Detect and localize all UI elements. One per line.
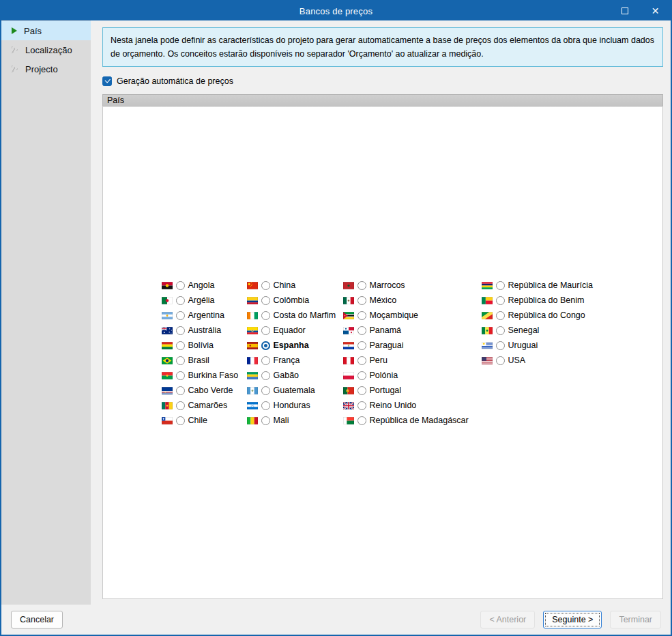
country-option-marrocos[interactable]: Marrocos (343, 278, 473, 293)
maximize-button[interactable] (609, 1, 640, 20)
selected-radio-espanha[interactable] (261, 341, 270, 350)
radio-republica-do-benim[interactable] (496, 296, 505, 305)
auto-price-generation-option[interactable]: Geração automática de preços (102, 76, 663, 86)
radio-usa[interactable] (496, 356, 505, 365)
radio-mexico[interactable] (357, 296, 366, 305)
radio-uruguai[interactable] (496, 341, 505, 350)
country-option-bolivia[interactable]: Bolívia (162, 338, 238, 353)
country-option-republica-do-congo[interactable]: República do Congo (482, 308, 589, 323)
radio-chile[interactable] (176, 416, 185, 425)
radio-republica-de-mauricia[interactable] (496, 281, 505, 290)
radio-australia[interactable] (176, 326, 185, 335)
country-option-espanha[interactable]: Espanha (247, 338, 334, 353)
country-option-panama[interactable]: Panamá (343, 323, 473, 338)
checked-checkbox-icon[interactable] (102, 76, 112, 86)
country-option-honduras[interactable]: Honduras (247, 398, 334, 413)
country-option-mali[interactable]: Mali (247, 413, 334, 428)
country-option-republica-de-madagascar[interactable]: República de Madagáscar (343, 413, 473, 428)
gabao-flag-icon (247, 372, 258, 379)
country-option-paraguai[interactable]: Paraguai (343, 338, 473, 353)
country-option-colombia[interactable]: Colômbia (247, 293, 334, 308)
cancel-button[interactable]: Cancelar (11, 611, 63, 628)
radio-argentina[interactable] (176, 311, 185, 320)
country-option-republica-de-mauricia[interactable]: República de Maurícia (482, 278, 589, 293)
radio-reino-unido[interactable] (357, 401, 366, 410)
step-label: Localização (25, 45, 72, 55)
country-option-burkina-faso[interactable]: Burkina Faso (162, 368, 238, 383)
country-option-peru[interactable]: Peru (343, 353, 473, 368)
sidebar-item-localizacao[interactable]: Localização (1, 40, 91, 59)
country-option-senegal[interactable]: Senegal (482, 323, 589, 338)
country-option-chile[interactable]: Chile (162, 413, 238, 428)
country-option-guatemala[interactable]: Guatemala (247, 383, 334, 398)
radio-paraguai[interactable] (357, 341, 366, 350)
close-button[interactable]: ✕ (640, 1, 671, 20)
country-option-usa[interactable]: USA (482, 353, 589, 368)
radio-colombia[interactable] (261, 296, 270, 305)
country-label: Costa do Marfim (274, 310, 336, 320)
country-option-china[interactable]: China (247, 278, 334, 293)
radio-polonia[interactable] (357, 371, 366, 380)
radio-panama[interactable] (357, 326, 366, 335)
wizard-steps-sidebar: País Localização Projecto (1, 20, 91, 605)
radio-marrocos[interactable] (357, 281, 366, 290)
country-option-mocambique[interactable]: Moçambique (343, 308, 473, 323)
burkina-faso-flag-icon (162, 372, 173, 379)
radio-china[interactable] (261, 281, 270, 290)
country-label: Angola (188, 280, 215, 290)
country-option-equador[interactable]: Equador (247, 323, 334, 338)
country-option-argentina[interactable]: Argentina (162, 308, 238, 323)
radio-angola[interactable] (176, 281, 185, 290)
radio-guatemala[interactable] (261, 386, 270, 395)
radio-costa-do-marfim[interactable] (261, 311, 270, 320)
radio-republica-do-congo[interactable] (496, 311, 505, 320)
country-option-costa-do-marfim[interactable]: Costa do Marfim (247, 308, 334, 323)
radio-peru[interactable] (357, 356, 366, 365)
radio-argelia[interactable] (176, 296, 185, 305)
pending-step-icon (12, 46, 18, 54)
country-label: Espanha (274, 341, 309, 350)
country-option-argelia[interactable]: Argélia (162, 293, 238, 308)
costa-do-marfim-flag-icon (247, 312, 258, 319)
radio-franca[interactable] (261, 356, 270, 365)
country-option-franca[interactable]: França (247, 353, 334, 368)
country-option-republica-do-benim[interactable]: República do Benim (482, 293, 589, 308)
radio-bolivia[interactable] (176, 341, 185, 350)
country-label: Moçambique (370, 310, 419, 320)
country-option-brasil[interactable]: Brasil (162, 353, 238, 368)
country-label: República de Maurícia (508, 280, 593, 290)
next-button[interactable]: Seguinte > (543, 611, 602, 628)
radio-republica-de-madagascar[interactable] (357, 416, 366, 425)
country-option-australia[interactable]: Austrália (162, 323, 238, 338)
info-box: Nesta janela pode definir as característ… (102, 27, 663, 67)
country-label: Equador (274, 326, 306, 335)
radio-honduras[interactable] (261, 401, 270, 410)
reino-unido-flag-icon (343, 402, 354, 409)
country-option-gabao[interactable]: Gabão (247, 368, 334, 383)
radio-equador[interactable] (261, 326, 270, 335)
honduras-flag-icon (247, 402, 258, 409)
radio-camaroes[interactable] (176, 401, 185, 410)
country-label: Camarões (188, 401, 228, 410)
radio-gabao[interactable] (261, 371, 270, 380)
radio-senegal[interactable] (496, 326, 505, 335)
radio-cabo-verde[interactable] (176, 386, 185, 395)
sidebar-item-projecto[interactable]: Projecto (1, 59, 91, 78)
country-option-uruguai[interactable]: Uruguai (482, 338, 589, 353)
country-option-angola[interactable]: Angola (162, 278, 238, 293)
country-label: Argélia (188, 295, 215, 305)
country-option-reino-unido[interactable]: Reino Unido (343, 398, 473, 413)
country-label: França (274, 356, 300, 365)
sidebar-item-pais[interactable]: País (1, 21, 91, 40)
radio-mocambique[interactable] (357, 311, 366, 320)
dialog-footer: Cancelar < Anterior Seguinte > Terminar (1, 605, 671, 635)
country-option-mexico[interactable]: México (343, 293, 473, 308)
country-option-cabo-verde[interactable]: Cabo Verde (162, 383, 238, 398)
radio-brasil[interactable] (176, 356, 185, 365)
country-option-portugal[interactable]: Portugal (343, 383, 473, 398)
country-option-polonia[interactable]: Polónia (343, 368, 473, 383)
country-option-camaroes[interactable]: Camarões (162, 398, 238, 413)
radio-mali[interactable] (261, 416, 270, 425)
radio-burkina-faso[interactable] (176, 371, 185, 380)
radio-portugal[interactable] (357, 386, 366, 395)
